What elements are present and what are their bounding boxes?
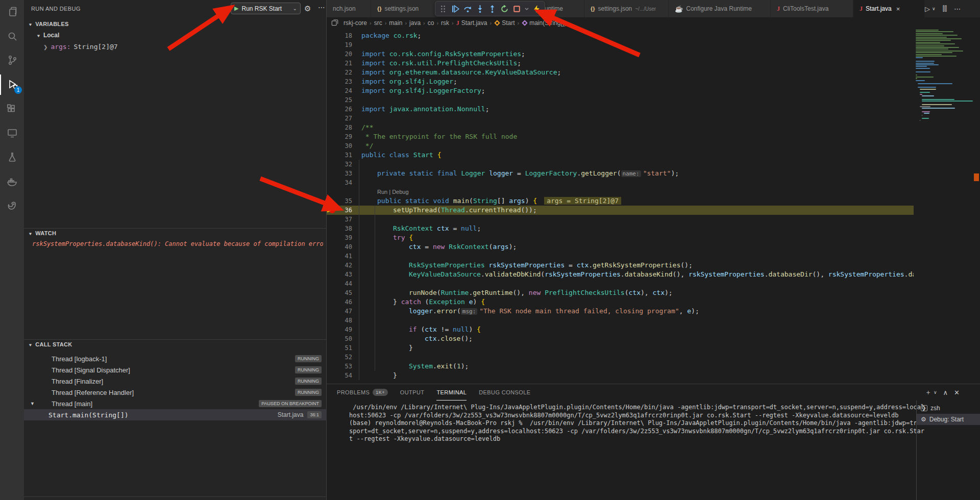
tab-nch-json[interactable]: nch.json <box>327 0 371 17</box>
stop-dropdown-icon[interactable] <box>524 3 530 15</box>
code-line-22[interactable]: 22import org.ethereum.datasource.KeyValu… <box>327 68 914 77</box>
step-out-icon[interactable] <box>487 3 498 15</box>
gutter-glyph[interactable] <box>327 242 339 252</box>
code-line-51[interactable]: 51} <box>327 343 914 353</box>
search-icon[interactable] <box>0 26 24 46</box>
new-terminal-icon[interactable]: ＋ <box>925 388 932 397</box>
stop-icon[interactable] <box>511 3 522 15</box>
gutter-glyph[interactable] <box>327 371 339 380</box>
code-line-30[interactable]: 30 */ <box>327 141 914 151</box>
code-line-45[interactable]: 45runNode(Runtime.getRuntime(), new Pref… <box>327 288 914 297</box>
more-actions-icon[interactable]: ⋯ <box>318 3 326 11</box>
gutter-glyph[interactable] <box>327 59 339 68</box>
code-line-29[interactable]: 29 * The entrypoint for the RSK full nod… <box>327 132 914 141</box>
gutter-glyph[interactable] <box>327 288 339 297</box>
split-editor-icon[interactable]: ⫿⫿ <box>943 5 947 13</box>
code-line-24[interactable]: 24import org.slf4j.LoggerFactory; <box>327 86 914 95</box>
debug-settings-gear-icon[interactable]: ⚙ <box>304 4 311 13</box>
gutter-glyph[interactable] <box>327 86 339 95</box>
gutter-glyph[interactable] <box>327 353 339 362</box>
gutter-glyph[interactable] <box>327 141 339 151</box>
panel-tab-debug-console[interactable]: DEBUG CONSOLE <box>479 384 530 401</box>
codelens-run-debug[interactable]: Run | Debug <box>352 187 914 196</box>
gutter-glyph[interactable] <box>327 178 339 187</box>
gutter-glyph[interactable] <box>327 105 339 114</box>
watch-section-header[interactable]: ▼WATCH <box>28 230 56 236</box>
gutter-glyph[interactable] <box>327 334 339 343</box>
run-debug-icon[interactable]: 1 <box>0 74 24 95</box>
testing-icon[interactable] <box>0 147 24 167</box>
code-line-54[interactable]: 54} <box>327 371 914 380</box>
code-line-18[interactable]: 18package co.rsk; <box>327 31 914 40</box>
gutter-glyph[interactable] <box>327 316 339 325</box>
code-line-27[interactable]: 27 <box>327 114 914 123</box>
gutter-glyph[interactable] <box>327 215 339 224</box>
gutter-glyph[interactable] <box>327 40 339 49</box>
code-line-26[interactable]: 26import javax.annotation.Nonnull; <box>327 105 914 114</box>
gutter-glyph[interactable] <box>327 169 339 178</box>
more-actions-icon[interactable]: ⋯ <box>954 5 961 13</box>
code-line-36[interactable]: ▶36setUpThread(Thread.currentThread()); <box>327 206 914 215</box>
gutter-glyph[interactable]: ▶ <box>327 206 339 215</box>
open-editors-icon[interactable] <box>331 19 338 28</box>
code-line-23[interactable]: 23import org.slf4j.Logger; <box>327 77 914 86</box>
breadcrumb-item[interactable]: main <box>389 19 402 27</box>
gutter-glyph[interactable] <box>327 343 339 353</box>
gutter-glyph[interactable] <box>327 270 339 279</box>
breadcrumb-item[interactable]: main(String[]) <box>529 19 566 27</box>
gutter-glyph[interactable] <box>327 261 339 270</box>
breadcrumb-item[interactable]: Start.java <box>461 19 487 27</box>
gutter-glyph[interactable] <box>327 224 339 233</box>
gutter-glyph[interactable] <box>327 132 339 141</box>
terminal-dropdown-icon[interactable]: ∨ <box>934 390 937 395</box>
gutter-glyph[interactable] <box>327 151 339 160</box>
code-line-31[interactable]: 31public class Start { <box>327 151 914 160</box>
call-stack-thread-row[interactable]: ▼Thread [main]PAUSED ON BREAKPOINT <box>24 398 327 409</box>
gutter-glyph[interactable] <box>327 95 339 105</box>
close-icon[interactable]: × <box>896 5 900 13</box>
code-line-41[interactable]: 41 <box>327 252 914 261</box>
code-line-32[interactable]: 32 <box>327 160 914 169</box>
tab-start-java[interactable]: JStart.java× <box>853 0 925 17</box>
code-line-50[interactable]: 50ctx.close(); <box>327 334 914 343</box>
minimap[interactable] <box>914 29 970 146</box>
run-file-icon[interactable]: ▷ <box>925 5 930 13</box>
breadcrumb-item[interactable]: rsk <box>441 19 449 27</box>
step-into-icon[interactable] <box>475 3 485 15</box>
terminal-instance-zsh[interactable]: ❯zsh <box>917 403 980 414</box>
code-line-52[interactable]: 52 <box>327 353 914 362</box>
gradle-icon[interactable] <box>0 195 24 216</box>
call-stack-thread-row[interactable]: Thread [Signal Dispatcher]RUNNING <box>24 364 327 376</box>
run-config-dropdown[interactable]: ▶ Run RSK Start ⌄ <box>231 3 301 14</box>
code-line-42[interactable]: 42RskSystemProperties rskSystemPropertie… <box>327 261 914 270</box>
drag-handle-icon[interactable] <box>438 3 449 15</box>
code-line-49[interactable]: 49if (ctx != null) { <box>327 325 914 334</box>
code-line-48[interactable]: 48 <box>327 316 914 325</box>
breadcrumb-item[interactable]: src <box>374 19 382 27</box>
close-panel-icon[interactable]: ✕ <box>954 389 960 396</box>
run-dropdown-icon[interactable]: ∨ <box>932 6 936 11</box>
code-line-25[interactable]: 25 <box>327 95 914 105</box>
gutter-glyph[interactable] <box>327 325 339 334</box>
call-stack-thread-row[interactable]: Thread [logback-1]RUNNING <box>24 353 327 364</box>
gutter-glyph[interactable] <box>327 297 339 307</box>
gutter-glyph[interactable] <box>327 123 339 132</box>
code-line-33[interactable]: 33private static final Logger logger = L… <box>327 169 914 178</box>
restart-icon[interactable] <box>499 3 510 15</box>
gutter-glyph[interactable] <box>327 160 339 169</box>
code-line-28[interactable]: 28/** <box>327 123 914 132</box>
code-line-40[interactable]: 40ctx = new RskContext(args); <box>327 242 914 252</box>
gutter-glyph[interactable] <box>327 77 339 86</box>
extensions-icon[interactable] <box>0 98 24 119</box>
code-line-43[interactable]: 43KeyValueDataSource.validateDbKind(rskS… <box>327 270 914 279</box>
gutter-glyph[interactable] <box>327 252 339 261</box>
tab-clitoolstest-java[interactable]: JCliToolsTest.java <box>771 0 853 17</box>
tab-settings-json[interactable]: {}settings.json~/.../User <box>584 0 669 17</box>
call-stack-thread-row[interactable]: Thread [Reference Handler]RUNNING <box>24 387 327 398</box>
code-line-38[interactable]: 38RskContext ctx = null; <box>327 224 914 233</box>
call-stack-thread-row[interactable]: Thread [Finalizer]RUNNING <box>24 376 327 387</box>
hot-code-replace-icon[interactable] <box>531 3 542 15</box>
variables-section-header[interactable]: ▼VARIABLES <box>28 21 69 27</box>
variable-args-row[interactable]: ❯args:String[2]@7 <box>43 43 118 51</box>
code-line-21[interactable]: 21import co.rsk.util.PreflightChecksUtil… <box>327 59 914 68</box>
